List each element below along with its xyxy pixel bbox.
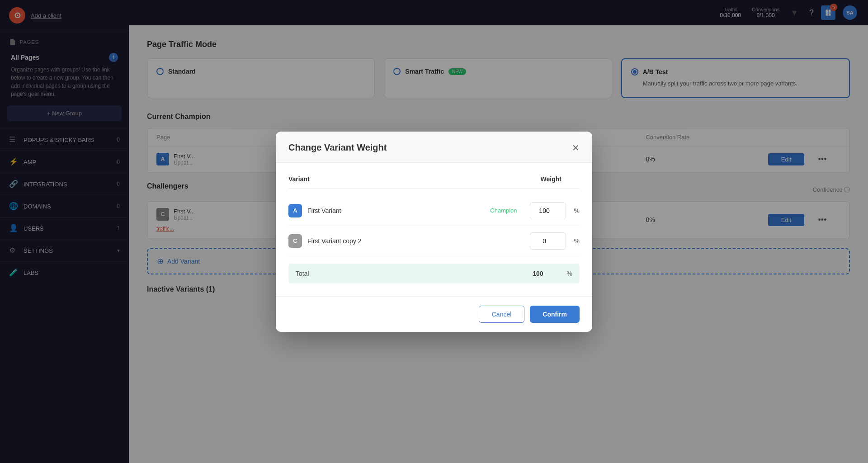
variant-col-header: Variant [288, 175, 541, 183]
modal-col-headers: Variant Weight [288, 175, 580, 189]
variant-a-badge: A [288, 204, 302, 217]
change-variant-weight-modal: Change Variant Weight ✕ Variant Weight A… [276, 132, 592, 332]
total-label: Total [296, 270, 533, 277]
champion-tag: Champion [490, 207, 517, 214]
variant-c-percent: % [574, 237, 580, 245]
variant-a-percent: % [574, 207, 580, 214]
variant-c-label: First Variant copy 2 [307, 237, 512, 245]
variant-row-1: A First Variant Champion % [288, 196, 580, 226]
total-row: Total 100 % [288, 264, 580, 283]
variant-a-label: First Variant [307, 207, 485, 214]
modal-overlay: Change Variant Weight ✕ Variant Weight A… [0, 0, 868, 463]
weight-col-header: Weight [541, 175, 580, 183]
confirm-button[interactable]: Confirm [530, 306, 580, 323]
modal-header: Change Variant Weight ✕ [276, 132, 592, 163]
variant-a-weight-input[interactable] [530, 202, 566, 219]
variant-row-2: C First Variant copy 2 % [288, 226, 580, 256]
variant-c-weight-input[interactable] [530, 232, 566, 250]
total-percent: % [567, 270, 572, 277]
total-value: 100 [533, 270, 543, 277]
modal-body: Variant Weight A First Variant Champion … [276, 163, 592, 296]
cancel-button[interactable]: Cancel [479, 306, 525, 323]
variant-c-badge: C [288, 234, 302, 248]
modal-close-button[interactable]: ✕ [572, 142, 580, 153]
modal-title: Change Variant Weight [288, 142, 387, 153]
modal-footer: Cancel Confirm [276, 296, 592, 332]
